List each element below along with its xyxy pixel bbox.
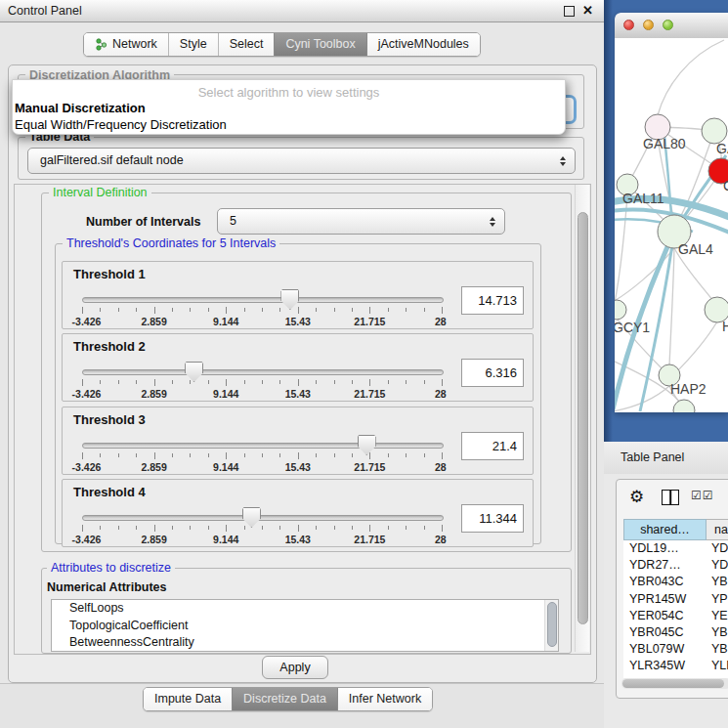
network-canvas[interactable]: GAL80GACGAL11GAL4GCY1HHAP2 — [615, 38, 728, 412]
threshold-3-slider[interactable]: -3.4262.8599.14415.4321.71528 — [82, 443, 442, 470]
network-node[interactable] — [673, 400, 695, 412]
select-columns-icon[interactable]: ☑☑ — [691, 489, 714, 502]
slider-ticks — [82, 307, 442, 315]
cell: YER0 — [707, 608, 728, 624]
tab-jactivemnodules[interactable]: jActiveMNodules — [366, 33, 480, 56]
tab-cyni-toolbox[interactable]: Cyni Toolbox — [274, 33, 365, 56]
cell: YDL19… — [623, 540, 707, 557]
slider-ticks — [82, 452, 442, 460]
cell: YBR0 — [707, 574, 728, 590]
cell: YER054C — [623, 608, 707, 624]
tab-select[interactable]: Select — [218, 33, 275, 56]
slider-track[interactable] — [82, 297, 444, 303]
threshold-2-value-field[interactable]: 6.316 — [461, 359, 524, 387]
table-row[interactable]: YDR27…YDR2 — [623, 557, 728, 574]
dropdown-option-manual[interactable]: Manual Discretization — [15, 101, 146, 115]
threshold-4-label: Threshold 4 — [73, 485, 146, 499]
network-node-label: GAL4 — [678, 241, 713, 257]
zoom-traffic-light-icon[interactable] — [663, 20, 673, 30]
column-header-shared-name[interactable]: shared… — [623, 519, 707, 540]
column-layout-icon[interactable] — [662, 490, 679, 505]
table-panel: ⚙ ☑☑ shared… na YDL19…YDL1 YDR27…YDR2 YB… — [616, 479, 728, 699]
list-item[interactable]: BetweennessCentrality — [52, 634, 558, 652]
network-edge[interactable] — [673, 321, 717, 375]
threshold-2-slider[interactable]: -3.4262.8599.14415.4321.71528 — [82, 369, 442, 397]
float-window-icon[interactable] — [564, 6, 575, 17]
table-panel-title: Table Panel — [621, 442, 684, 474]
table-row[interactable]: YPR145WYPR1 — [623, 591, 728, 608]
network-node[interactable] — [615, 300, 626, 320]
table-row[interactable]: YBR043CYBR0 — [623, 574, 728, 590]
attributes-group-title: Attributes to discretize — [47, 561, 175, 575]
tab-infer-network-label: Infer Network — [349, 688, 421, 710]
scrollbar-thumb[interactable] — [622, 679, 724, 688]
table-row[interactable]: YBR045CYBR0 — [623, 624, 728, 641]
threshold-4-value-field[interactable]: 11.344 — [461, 504, 524, 533]
threshold-4-panel: Threshold 4 -3.4262.8599.14415.4321.7152… — [62, 479, 534, 547]
scrollbar-thumb[interactable] — [547, 602, 557, 647]
dropdown-option-equal-width[interactable]: Equal Width/Frequency Discretization — [15, 117, 227, 132]
minimize-traffic-light-icon[interactable] — [643, 20, 654, 30]
slider-tick-labels: -3.4262.8599.14415.4321.71528 — [82, 316, 442, 327]
tab-impute-data[interactable]: Impute Data — [144, 688, 232, 710]
network-window-titlebar — [615, 13, 728, 39]
cell: YDR27… — [623, 557, 707, 574]
settings-vertical-scrollbar[interactable] — [575, 185, 589, 652]
threshold-1-slider[interactable]: -3.4262.8599.14415.4321.71528 — [82, 297, 442, 324]
threshold-2-panel: Threshold 2 -3.4262.8599.14415.4321.7152… — [62, 333, 534, 402]
numerical-attributes-list[interactable]: SelfLoops TopologicalCoefficient Between… — [51, 599, 559, 652]
cell: YDR2 — [707, 557, 728, 574]
tab-cyni-toolbox-label: Cyni Toolbox — [285, 33, 355, 56]
dropdown-hint: Select algorithm to view settings — [13, 85, 565, 100]
table-data-combobox[interactable]: galFiltered.sif default node — [27, 148, 576, 174]
close-traffic-light-icon[interactable] — [623, 20, 634, 30]
cell: YBR043C — [623, 574, 707, 590]
cell: YPR1 — [707, 591, 728, 608]
slider-track[interactable] — [82, 515, 444, 521]
list-item[interactable]: SelfLoops — [52, 600, 558, 618]
threshold-1-value-field[interactable]: 14.713 — [461, 286, 524, 315]
spinner-arrows-icon — [490, 217, 495, 227]
cell: YLR345W — [623, 658, 707, 674]
gear-icon[interactable]: ⚙ — [629, 487, 644, 507]
network-node-label: GAL11 — [622, 191, 664, 206]
table-row[interactable]: YBL079WYBL0 — [623, 641, 728, 658]
network-icon — [95, 38, 107, 51]
column-header-name[interactable]: na — [707, 519, 728, 540]
slider-track[interactable] — [82, 369, 444, 375]
slider-ticks — [82, 525, 442, 533]
number-of-intervals-spinner[interactable]: 5 — [217, 208, 505, 235]
control-panel-tabs: Network Style Select Cyni Toolbox jActiv… — [83, 32, 481, 57]
network-edge[interactable] — [658, 40, 724, 115]
screen: Control Panel ✕ Network Style Select Cyn… — [0, 0, 728, 728]
tab-discretize-data[interactable]: Discretize Data — [232, 688, 337, 710]
threshold-4-slider[interactable]: -3.4262.8599.14415.4321.71528 — [82, 515, 442, 542]
network-node-label: H — [722, 319, 728, 334]
table-horizontal-scrollbar[interactable] — [621, 678, 728, 689]
table-row[interactable]: YLR345WYLR3 — [623, 658, 728, 674]
slider-ticks — [82, 379, 442, 387]
slider-track[interactable] — [82, 443, 444, 449]
table-row[interactable]: YER054CYER0 — [623, 608, 728, 624]
table-body: YDL19…YDL1 YDR27…YDR2 YBR043CYBR0 YPR145… — [623, 540, 728, 678]
cell: YBL0 — [707, 641, 728, 658]
list-item[interactable]: TopologicalCoefficient — [52, 618, 558, 635]
threshold-2-label: Threshold 2 — [73, 339, 146, 354]
table-row[interactable]: YDL19…YDL1 — [623, 540, 728, 557]
network-node-label: GAL80 — [643, 136, 686, 151]
apply-button[interactable]: Apply — [262, 656, 328, 679]
threshold-3-label: Threshold 3 — [73, 412, 146, 427]
tab-infer-network[interactable]: Infer Network — [337, 688, 432, 710]
threshold-3-value-field[interactable]: 21.4 — [461, 432, 524, 460]
close-icon[interactable]: ✕ — [582, 3, 593, 19]
thresholds-group-title: Threshold's Coordinates for 5 Intervals — [63, 236, 279, 250]
tab-network[interactable]: Network — [84, 33, 168, 56]
tab-impute-data-label: Impute Data — [154, 688, 221, 710]
slider-tick-labels: -3.4262.8599.14415.4321.71528 — [82, 534, 442, 545]
tab-style[interactable]: Style — [168, 33, 218, 56]
network-node-label: GCY1 — [615, 320, 650, 335]
interval-definition-title: Interval Definition — [49, 186, 151, 199]
cell: YBR0 — [707, 624, 728, 641]
scrollbar-thumb[interactable] — [578, 212, 588, 624]
attributes-list-scrollbar[interactable] — [544, 600, 558, 651]
